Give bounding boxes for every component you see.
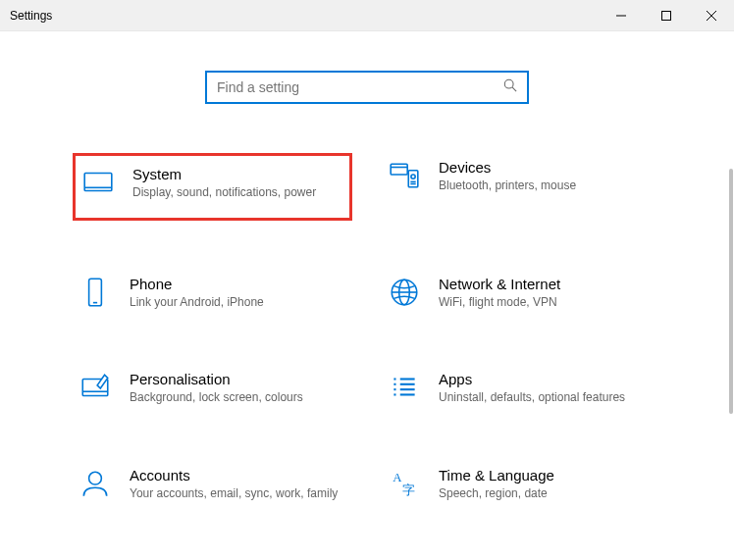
window-controls [599,0,734,30]
svg-point-29 [89,472,102,484]
search-icon [503,78,517,96]
category-accounts[interactable]: Accounts Your accounts, email, sync, wor… [73,461,352,507]
category-text: Personalisation Background, lock screen,… [130,371,346,405]
category-desc: Background, lock screen, colours [130,389,346,405]
category-personalisation[interactable]: Personalisation Background, lock screen,… [73,365,352,411]
category-desc: Bluetooth, printers, mouse [439,178,655,193]
category-title: Time & Language [439,467,655,484]
category-text: Accounts Your accounts, email, sync, wor… [130,467,346,501]
svg-line-5 [512,87,516,91]
category-devices[interactable]: Devices Bluetooth, printers, mouse [382,153,661,221]
accounts-icon [79,467,112,500]
category-title: System [132,166,343,182]
category-text: Apps Uninstall, defaults, optional featu… [439,371,655,405]
svg-rect-8 [391,164,407,175]
category-desc: Uninstall, defaults, optional features [439,389,655,405]
search-container [39,71,695,104]
time-language-icon: A 字 [388,467,421,500]
svg-rect-1 [662,12,671,21]
search-box[interactable] [205,71,529,104]
category-desc: Your accounts, email, sync, work, family [130,485,346,501]
category-apps[interactable]: Apps Uninstall, defaults, optional featu… [382,365,661,411]
svg-rect-14 [89,279,102,306]
category-system[interactable]: System Display, sound, notifications, po… [73,153,352,221]
category-title: Apps [439,371,655,387]
category-text: Devices Bluetooth, printers, mouse [439,159,655,193]
category-title: Network & Internet [439,276,655,292]
category-title: Phone [130,276,346,292]
category-title: Devices [439,159,655,176]
devices-icon [388,159,421,192]
category-grid: System Display, sound, notifications, po… [73,153,661,507]
globe-icon [388,276,421,309]
category-text: Network & Internet WiFi, flight mode, VP… [439,276,655,310]
close-button[interactable] [689,0,734,31]
svg-text:字: 字 [402,482,415,496]
category-desc: Link your Android, iPhone [130,294,346,310]
category-phone[interactable]: Phone Link your Android, iPhone [73,270,352,316]
category-desc: Display, sound, notifications, power [132,184,343,200]
category-title: Personalisation [130,371,346,387]
svg-point-11 [411,175,415,178]
category-text: Phone Link your Android, iPhone [130,276,346,310]
category-desc: WiFi, flight mode, VPN [439,294,655,310]
maximize-button[interactable] [644,0,689,31]
system-icon [81,166,115,199]
scrollbar[interactable] [720,31,734,560]
apps-icon [388,371,421,404]
category-network[interactable]: Network & Internet WiFi, flight mode, VP… [382,270,661,316]
category-desc: Speech, region, date [439,485,655,501]
category-time-language[interactable]: A 字 Time & Language Speech, region, date [382,461,661,507]
search-input[interactable] [217,79,503,95]
phone-icon [79,276,112,309]
personalisation-icon [79,371,112,404]
svg-point-4 [504,79,513,88]
svg-text:A: A [393,470,402,484]
category-text: System Display, sound, notifications, po… [132,166,343,200]
settings-home: System Display, sound, notifications, po… [0,31,734,560]
minimize-button[interactable] [599,0,644,31]
scrollbar-thumb[interactable] [729,169,733,414]
titlebar: Settings [0,0,734,31]
window-title: Settings [10,9,52,23]
category-title: Accounts [130,467,346,484]
category-text: Time & Language Speech, region, date [439,467,655,501]
